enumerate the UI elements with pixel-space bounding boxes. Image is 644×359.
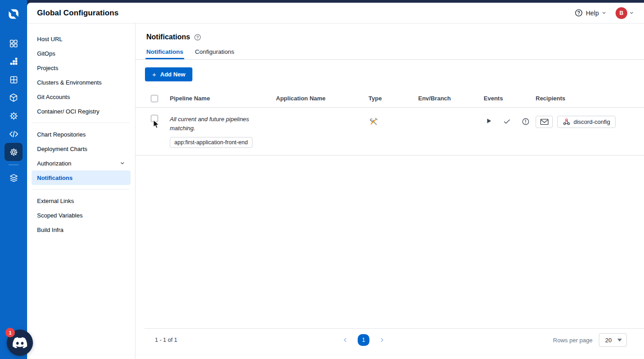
- col-type: Type: [369, 95, 418, 102]
- sidebar-item-gitops[interactable]: GitOps: [32, 46, 131, 61]
- discord-chat-widget[interactable]: 1: [7, 330, 33, 356]
- stack-manager-icon[interactable]: [5, 169, 23, 187]
- col-env-branch: Env/Branch: [418, 95, 484, 102]
- tab-notifications[interactable]: Notifications: [146, 48, 183, 59]
- tab-bar: Notifications Configurations: [146, 48, 644, 59]
- chat-badge: 1: [5, 328, 15, 337]
- failure-alert-icon: [522, 118, 530, 126]
- rail-divider: [9, 165, 19, 165]
- sidebar-item-deploy-charts[interactable]: Deployment Charts: [32, 142, 131, 156]
- primary-sidebar: [0, 0, 27, 359]
- sidebar-divider: [33, 189, 130, 189]
- mail-envelope-icon: [540, 118, 549, 125]
- tab-divider: [135, 59, 644, 60]
- rows-per-page-label: Rows per page: [553, 337, 593, 344]
- pagination-range: 1 - 1 of 1: [155, 337, 177, 343]
- application-groups-icon[interactable]: [5, 52, 23, 71]
- col-events: Events: [484, 95, 536, 102]
- build-tools-icon: [369, 115, 418, 127]
- table-header: Pipeline Name Application Name Type Env/…: [135, 90, 644, 108]
- notifications-content: Notifications Notifications Configuratio…: [135, 24, 644, 359]
- sidebar-item-projects[interactable]: Projects: [32, 61, 131, 75]
- rows-per-page-select[interactable]: 20: [599, 333, 627, 347]
- page-number-button[interactable]: 1: [358, 334, 369, 346]
- global-configurations-icon[interactable]: [5, 143, 23, 161]
- app-header: Global Configurations Help: [27, 3, 644, 24]
- pipeline-description: All current and future pipelines matchin…: [170, 115, 258, 133]
- sidebar-item-build-infra[interactable]: Build Infra: [32, 222, 131, 237]
- clusters-helm-icon[interactable]: [5, 107, 23, 125]
- pagination: 1: [340, 334, 387, 346]
- sidebar-item-registry[interactable]: Container/ OCI Registry: [32, 104, 131, 118]
- col-pipeline-name: Pipeline Name: [170, 95, 276, 102]
- sidebar-item-external-links[interactable]: External Links: [32, 194, 131, 208]
- app-title: Global Configurations: [37, 9, 119, 18]
- page-root: Global Configurations Help: [0, 0, 644, 359]
- success-check-icon: [503, 118, 511, 126]
- events-cell: [484, 115, 536, 126]
- email-recipient-button[interactable]: [536, 116, 553, 128]
- user-menu[interactable]: B: [616, 7, 634, 19]
- row-checkbox[interactable]: [151, 115, 158, 122]
- rows-per-page: Rows per page 20: [553, 333, 627, 347]
- recipients-cell: discord-config: [536, 115, 644, 128]
- chart-store-icon[interactable]: [5, 71, 23, 89]
- webhook-icon: [563, 118, 570, 126]
- pipeline-match-tag: app:first-application-front-end: [170, 137, 252, 148]
- sidebar-divider: [33, 123, 130, 123]
- sidebar-item-scoped-variables[interactable]: Scoped Variables: [32, 208, 131, 222]
- resource-browser-icon[interactable]: [5, 89, 23, 107]
- sidebar-item-git-accounts[interactable]: Git Accounts: [32, 90, 131, 104]
- sidebar-item-chart-repos[interactable]: Chart Repositories: [32, 127, 131, 142]
- sidebar-item-notifications[interactable]: Notifications: [32, 170, 131, 185]
- discord-config-chip[interactable]: discord-config: [557, 116, 616, 128]
- col-recipients: Recipients: [536, 95, 644, 102]
- info-circle-icon[interactable]: [194, 33, 201, 41]
- config-sidebar: Host URL GitOps Projects Clusters & Envi…: [27, 24, 135, 359]
- sidebar-item-host-url[interactable]: Host URL: [32, 32, 131, 46]
- table-footer: 1 - 1 of 1 1 Rows per page 20: [145, 328, 644, 359]
- help-circle-icon: [574, 9, 583, 17]
- chevron-down-icon: [602, 10, 607, 15]
- applications-icon[interactable]: [5, 34, 23, 52]
- add-new-button[interactable]: + Add New: [145, 67, 192, 81]
- avatar[interactable]: B: [616, 7, 627, 19]
- help-label: Help: [586, 9, 599, 17]
- next-page-icon[interactable]: [377, 335, 387, 345]
- sidebar-item-clusters[interactable]: Clusters & Environments: [32, 75, 131, 90]
- discord-icon: [13, 335, 27, 350]
- section-title: Notifications: [146, 33, 190, 41]
- jobs-code-icon[interactable]: [5, 125, 23, 143]
- help-menu[interactable]: Help: [574, 9, 613, 17]
- select-all-checkbox[interactable]: [151, 95, 158, 102]
- table-row: All current and future pipelines matchin…: [135, 108, 644, 156]
- sidebar-item-authorization[interactable]: Authorization: [32, 156, 131, 170]
- trigger-play-icon: [485, 118, 492, 126]
- config-chip-label: discord-config: [574, 118, 610, 125]
- prev-page-icon[interactable]: [340, 335, 350, 345]
- col-application-name: Application Name: [276, 95, 369, 102]
- app-surface: Global Configurations Help: [27, 3, 644, 359]
- caret-down-icon: [617, 339, 622, 342]
- tab-configurations[interactable]: Configurations: [195, 48, 234, 59]
- chevron-down-icon: [629, 10, 634, 15]
- devtron-logo-icon[interactable]: [6, 6, 21, 22]
- plus-icon: +: [152, 71, 156, 78]
- chevron-down-icon: [120, 161, 125, 166]
